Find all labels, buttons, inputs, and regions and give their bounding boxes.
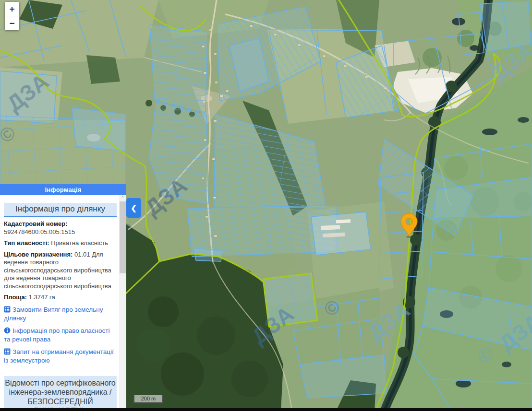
panel-collapse-button[interactable]: ❮ bbox=[126, 198, 141, 218]
list-icon bbox=[4, 306, 11, 315]
divider bbox=[4, 371, 117, 371]
section-title-parcel-info: Інформація про ділянку bbox=[4, 203, 117, 217]
zoom-in-button[interactable]: + bbox=[5, 2, 19, 16]
panel-scrollbar[interactable]: ⌃ ⌄ bbox=[119, 195, 126, 411]
zoom-control: + − bbox=[5, 2, 19, 30]
link-ownership-info[interactable]: Інформація про право власності та речові… bbox=[4, 327, 117, 344]
map-scale-bar: 200 m bbox=[133, 395, 163, 403]
field-value: 1.3747 га bbox=[29, 294, 55, 301]
field-label: Площа: bbox=[4, 294, 27, 301]
info-icon bbox=[4, 327, 11, 336]
field-area: Площа: 1.3747 га bbox=[4, 294, 117, 302]
field-label: Тип власності: bbox=[4, 239, 49, 247]
info-panel: Інформація Інформація про ділянку Кадаст… bbox=[0, 184, 126, 411]
scroll-thumb[interactable] bbox=[120, 201, 126, 273]
field-cadastral-number: Кадастровий номер: 5924784600:05:005:151… bbox=[4, 220, 117, 236]
panel-body: Інформація про ділянку Кадастровий номер… bbox=[0, 195, 119, 411]
field-label: Цільове призначення: bbox=[4, 251, 73, 258]
scroll-up-arrow[interactable]: ⌃ bbox=[119, 195, 126, 201]
link-label: Інформація про право власності та речові… bbox=[4, 327, 110, 343]
list-icon bbox=[4, 348, 11, 357]
field-value: 5924784600:05:005:1515 bbox=[4, 228, 117, 236]
field-ownership-type: Тип власності: Приватна власність bbox=[4, 239, 117, 247]
field-label: Кадастровий номер: bbox=[4, 220, 68, 227]
field-designated-purpose: Цільове призначення: 01.01 Для ведення т… bbox=[4, 251, 117, 291]
link-request-documentation[interactable]: Запит на отримання документації із земле… bbox=[4, 348, 117, 365]
section-title-engineer: Відомості про сертифікованого інженера-з… bbox=[4, 376, 117, 411]
link-order-extract[interactable]: Замовити Витяг про земельну ділянку bbox=[4, 306, 117, 323]
field-value: Приватна власність bbox=[51, 239, 108, 247]
link-label: Запит на отримання документації із земле… bbox=[4, 348, 114, 364]
panel-header: Інформація bbox=[0, 184, 126, 195]
zoom-out-button[interactable]: − bbox=[5, 16, 19, 30]
bottom-edge-bar bbox=[0, 408, 532, 411]
link-label: Замовити Витяг про земельну ділянку bbox=[4, 306, 103, 322]
